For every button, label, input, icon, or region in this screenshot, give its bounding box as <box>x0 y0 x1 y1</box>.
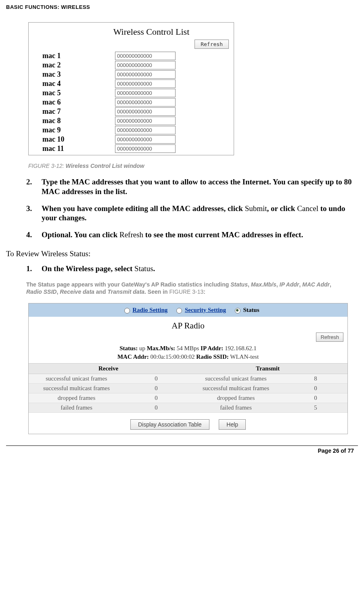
mac-row: mac 10 <box>30 135 232 144</box>
mac-label: mac 1 <box>30 52 115 60</box>
table-row: dropped frames0dropped frames0 <box>29 393 347 403</box>
col-receive: Receive <box>29 363 188 374</box>
step-2: 2. Type the MAC addresses that you want … <box>26 177 358 197</box>
mac-input[interactable] <box>115 52 176 60</box>
mac-row: mac 6 <box>30 98 232 107</box>
table-cell: 8 <box>284 374 347 383</box>
mac-label: mac 10 <box>30 135 115 144</box>
radio-icon[interactable] <box>176 308 182 314</box>
table-cell: 0 <box>284 393 347 403</box>
tab-status[interactable]: Status <box>243 307 259 313</box>
table-cell: successful unicast frames <box>29 374 124 383</box>
page-header: BASIC FUNCTIONS: WIRELESS <box>6 4 358 10</box>
table-cell: 0 <box>284 383 347 393</box>
mac-label: mac 6 <box>30 98 115 107</box>
table-cell: 0 <box>124 383 188 393</box>
mac-label: mac 9 <box>30 126 115 134</box>
mac-label: mac 11 <box>30 144 115 153</box>
mac-input[interactable] <box>115 70 176 79</box>
tab-radio-setting[interactable]: Radio Setting <box>132 307 167 313</box>
mac-label: mac 7 <box>30 107 115 116</box>
mac-input[interactable] <box>115 135 176 144</box>
figure-caption-1: FIGURE 3-12: Wireless Control List windo… <box>28 163 358 169</box>
radio-icon[interactable] <box>124 308 130 314</box>
mac-input[interactable] <box>115 107 176 116</box>
tab-security-setting[interactable]: Security Setting <box>185 307 226 313</box>
table-cell: 5 <box>284 403 347 412</box>
steps-list-b: 1. On the Wireless page, select Status. <box>26 264 358 274</box>
wcl-title: Wireless Control List <box>30 27 232 37</box>
table-cell: 0 <box>124 403 188 412</box>
refresh-button[interactable]: Refresh <box>316 332 343 342</box>
help-button[interactable]: Help <box>219 419 246 430</box>
mac-label: mac 3 <box>30 70 115 79</box>
mac-input[interactable] <box>115 61 176 69</box>
table-cell: failed frames <box>29 403 124 412</box>
step-b1: 1. On the Wireless page, select Status. <box>26 264 358 274</box>
table-row: failed frames0failed frames5 <box>29 403 347 412</box>
mac-row: mac 4 <box>30 79 232 88</box>
mac-row: mac 1 <box>30 51 232 61</box>
ap-radio-title: AP Radio <box>29 317 347 332</box>
step-3: 3. When you have complete editing all th… <box>26 204 358 223</box>
status-page-note: The Status page appears with your GateWa… <box>26 281 337 296</box>
mac-label: mac 2 <box>30 61 115 69</box>
table-cell: 0 <box>124 374 188 383</box>
table-cell: successful multicast frames <box>29 383 124 393</box>
radio-icon-selected[interactable] <box>235 308 241 314</box>
table-cell: dropped frames <box>29 393 124 403</box>
mac-input[interactable] <box>115 98 176 107</box>
table-cell: successful multicast frames <box>188 383 284 393</box>
table-cell: 0 <box>124 393 188 403</box>
col-transmit: Transmit <box>188 363 347 374</box>
mac-input[interactable] <box>115 144 176 153</box>
page-footer: Page 26 of 77 <box>6 447 358 454</box>
table-cell: successful unicast frames <box>188 374 284 383</box>
wireless-control-list-screenshot: Wireless Control List Refresh mac 1mac 2… <box>28 22 234 155</box>
mac-row: mac 9 <box>30 125 232 135</box>
mac-row: mac 7 <box>30 107 232 116</box>
mac-input[interactable] <box>115 89 176 97</box>
refresh-button[interactable]: Refresh <box>195 40 229 49</box>
mac-label: mac 4 <box>30 79 115 88</box>
mac-input[interactable] <box>115 126 176 134</box>
section-review-status: To Review Wireless Status: <box>6 249 358 258</box>
table-row: successful unicast frames0successful uni… <box>29 374 347 383</box>
table-cell: dropped frames <box>188 393 284 403</box>
mac-row: mac 8 <box>30 116 232 125</box>
mac-label: mac 8 <box>30 117 115 125</box>
steps-list-a: 2. Type the MAC addresses that you want … <box>26 177 358 240</box>
footer-rule <box>6 445 358 446</box>
ap-info-line: Status: up Max.Mb/s: 54 MBps IP Addr: 19… <box>29 344 347 363</box>
display-association-table-button[interactable]: Display Association Table <box>130 419 209 430</box>
mac-input[interactable] <box>115 117 176 125</box>
table-row: successful multicast frames0successful m… <box>29 383 347 393</box>
table-cell: failed frames <box>188 403 284 412</box>
tab-bar: Radio Setting Security Setting Status <box>29 303 347 317</box>
mac-row: mac 3 <box>30 70 232 79</box>
mac-row: mac 11 <box>30 144 232 153</box>
step-4: 4. Optional. You can click Refresh to se… <box>26 230 358 240</box>
mac-row: mac 5 <box>30 88 232 98</box>
mac-input[interactable] <box>115 79 176 88</box>
mac-row: mac 2 <box>30 61 232 70</box>
stats-table: Receive Transmit successful unicast fram… <box>29 363 347 413</box>
ap-radio-status-screenshot: Radio Setting Security Setting Status AP… <box>28 303 348 434</box>
mac-label: mac 5 <box>30 89 115 97</box>
